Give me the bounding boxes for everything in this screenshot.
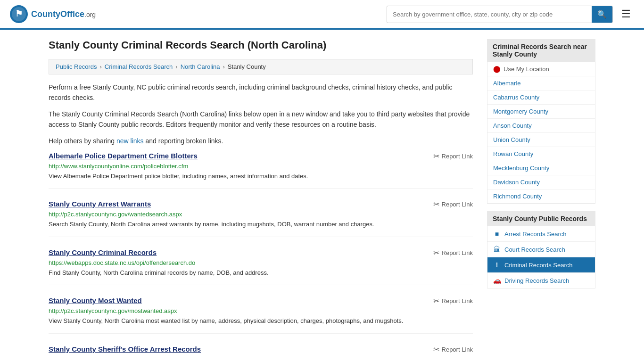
result-desc-3: Find Stanly County, North Carolina crimi… bbox=[49, 268, 473, 278]
nearby-link-davidson[interactable]: Davidson County bbox=[487, 175, 595, 189]
results-list: Albemarle Police Department Crime Blotte… bbox=[49, 152, 473, 362]
report-link-5[interactable]: ✂ Report Link bbox=[433, 345, 473, 354]
header: ⚑ CountyOffice.org 🔍 ☰ bbox=[0, 0, 644, 30]
report-link-1[interactable]: ✂ Report Link bbox=[433, 152, 473, 161]
records-court: 🏛 Court Records Search bbox=[487, 242, 595, 257]
public-records-section-title: Stanly County Public Records bbox=[487, 211, 595, 226]
nearby-mecklenburg: Mecklenburg County bbox=[487, 161, 595, 175]
scissors-icon-3: ✂ bbox=[433, 248, 439, 257]
records-link-court[interactable]: 🏛 Court Records Search bbox=[487, 242, 595, 257]
nearby-link-cabarrus[interactable]: Cabarrus County bbox=[487, 90, 595, 104]
result-title-row-5: Stanly County Sheriff's Office Arrest Re… bbox=[49, 345, 473, 354]
records-link-driving[interactable]: 🚗 Driving Records Search bbox=[487, 273, 595, 288]
report-link-3[interactable]: ✂ Report Link bbox=[433, 248, 473, 257]
nearby-list: ⬤ Use My Location Albemarle Cabarrus Cou… bbox=[487, 62, 595, 204]
new-links-link[interactable]: new links bbox=[116, 137, 144, 145]
records-driving: 🚗 Driving Records Search bbox=[487, 273, 595, 288]
nearby-albemarle: Albemarle bbox=[487, 76, 595, 90]
main-container: Stanly County Criminal Records Search (N… bbox=[39, 30, 605, 362]
nearby-link-montgomery[interactable]: Montgomery County bbox=[487, 105, 595, 118]
search-button[interactable]: 🔍 bbox=[592, 6, 612, 23]
records-link-arrest[interactable]: ■ Arrest Records Search bbox=[487, 226, 595, 241]
result-title-row-1: Albemarle Police Department Crime Blotte… bbox=[49, 152, 473, 161]
result-title-4: Stanly County Most Wanted bbox=[49, 296, 142, 304]
records-arrest: ■ Arrest Records Search bbox=[487, 226, 595, 242]
content-area: Stanly County Criminal Records Search (N… bbox=[49, 39, 473, 362]
driving-icon: 🚗 bbox=[493, 277, 501, 284]
scissors-icon-2: ✂ bbox=[433, 200, 439, 209]
result-title-row-4: Stanly County Most Wanted ✂ Report Link bbox=[49, 296, 473, 305]
use-location-item: ⬤ Use My Location bbox=[487, 62, 595, 76]
result-link-4[interactable]: Stanly County Most Wanted bbox=[49, 296, 142, 304]
result-title-1: Albemarle Police Department Crime Blotte… bbox=[49, 152, 198, 160]
description-para3: Help others by sharing new links and rep… bbox=[49, 136, 473, 146]
sidebar: Criminal Records Search near Stanly Coun… bbox=[487, 39, 595, 362]
breadcrumb-public-records[interactable]: Public Records bbox=[56, 63, 97, 70]
menu-button[interactable]: ☰ bbox=[618, 6, 635, 22]
result-url-4: http://p2c.stanlycountync.gov/mostwanted… bbox=[49, 307, 473, 314]
breadcrumb-sep-2: › bbox=[175, 63, 177, 70]
court-icon: 🏛 bbox=[493, 246, 501, 253]
nearby-section-title: Criminal Records Search near Stanly Coun… bbox=[487, 39, 595, 62]
logo-area: ⚑ CountyOffice.org bbox=[9, 5, 96, 24]
records-criminal: ! Criminal Records Search bbox=[487, 257, 595, 273]
nearby-link-mecklenburg[interactable]: Mecklenburg County bbox=[487, 161, 595, 175]
result-url-1: http://www.stanlycountyonline.com/police… bbox=[49, 163, 473, 170]
report-link-2[interactable]: ✂ Report Link bbox=[433, 200, 473, 209]
use-location-link[interactable]: ⬤ Use My Location bbox=[487, 62, 595, 76]
search-bar: 🔍 bbox=[387, 6, 613, 23]
result-item-5: Stanly County Sheriff's Office Arrest Re… bbox=[49, 345, 473, 362]
logo-text: CountyOffice.org bbox=[31, 9, 96, 19]
breadcrumb-sep-1: › bbox=[99, 63, 101, 70]
scissors-icon-1: ✂ bbox=[433, 152, 439, 161]
breadcrumb-stanly-county: Stanly County bbox=[228, 63, 266, 70]
scissors-icon-4: ✂ bbox=[433, 296, 439, 305]
result-link-1[interactable]: Albemarle Police Department Crime Blotte… bbox=[49, 152, 198, 160]
nearby-union: Union County bbox=[487, 133, 595, 147]
nearby-link-albemarle[interactable]: Albemarle bbox=[487, 76, 595, 90]
result-item-1: Albemarle Police Department Crime Blotte… bbox=[49, 152, 473, 189]
logo-icon: ⚑ bbox=[9, 5, 28, 24]
breadcrumb-north-carolina[interactable]: North Carolina bbox=[181, 63, 220, 70]
svg-text:⚑: ⚑ bbox=[15, 9, 23, 18]
result-desc-2: Search Stanly County, North Carolina arr… bbox=[49, 220, 473, 229]
result-item-4: Stanly County Most Wanted ✂ Report Link … bbox=[49, 296, 473, 334]
result-title-5: Stanly County Sheriff's Office Arrest Re… bbox=[49, 345, 201, 353]
header-right: 🔍 ☰ bbox=[387, 6, 635, 23]
report-link-4[interactable]: ✂ Report Link bbox=[433, 296, 473, 305]
result-url-2: http://p2c.stanlycountync.gov/wantedsear… bbox=[49, 211, 473, 218]
result-link-3[interactable]: Stanly County Criminal Records bbox=[49, 248, 157, 256]
result-link-2[interactable]: Stanly County Arrest Warrants bbox=[49, 200, 151, 208]
breadcrumb-criminal-records[interactable]: Criminal Records Search bbox=[105, 63, 173, 70]
result-title-3: Stanly County Criminal Records bbox=[49, 248, 157, 256]
result-title-row-3: Stanly County Criminal Records ✂ Report … bbox=[49, 248, 473, 257]
nearby-link-union[interactable]: Union County bbox=[487, 133, 595, 147]
result-title-2: Stanly County Arrest Warrants bbox=[49, 200, 151, 208]
nearby-cabarrus: Cabarrus County bbox=[487, 90, 595, 105]
nearby-link-anson[interactable]: Anson County bbox=[487, 119, 595, 132]
description-para3-start: Help others by sharing bbox=[49, 137, 116, 145]
nearby-link-rowan[interactable]: Rowan County bbox=[487, 147, 595, 161]
nearby-link-richmond[interactable]: Richmond County bbox=[487, 189, 595, 203]
nearby-montgomery: Montgomery County bbox=[487, 105, 595, 119]
description-para3-end: and reporting broken links. bbox=[144, 137, 223, 145]
description-para2: The Stanly County Criminal Records Searc… bbox=[49, 109, 473, 130]
page-title: Stanly County Criminal Records Search (N… bbox=[49, 39, 473, 51]
breadcrumb-sep-3: › bbox=[223, 63, 224, 70]
result-desc-1: View Albemarle Police Department police … bbox=[49, 172, 473, 181]
result-url-3: https://webapps.doc.state.nc.us/opi/offe… bbox=[49, 259, 473, 266]
public-records-list: ■ Arrest Records Search 🏛 Court Records … bbox=[487, 226, 595, 288]
description-para1: Perform a free Stanly County, NC public … bbox=[49, 82, 473, 103]
nearby-anson: Anson County bbox=[487, 119, 595, 133]
scissors-icon-5: ✂ bbox=[433, 345, 439, 354]
result-item-2: Stanly County Arrest Warrants ✂ Report L… bbox=[49, 200, 473, 237]
result-link-5[interactable]: Stanly County Sheriff's Office Arrest Re… bbox=[49, 345, 201, 353]
nearby-rowan: Rowan County bbox=[487, 147, 595, 161]
nearby-davidson: Davidson County bbox=[487, 175, 595, 189]
result-desc-4: View Stanly County, North Carolina most … bbox=[49, 316, 473, 326]
search-input[interactable] bbox=[387, 7, 592, 22]
records-link-criminal[interactable]: ! Criminal Records Search bbox=[487, 257, 595, 272]
result-title-row-2: Stanly County Arrest Warrants ✂ Report L… bbox=[49, 200, 473, 209]
location-dot-icon: ⬤ bbox=[493, 65, 501, 73]
breadcrumb: Public Records › Criminal Records Search… bbox=[49, 59, 473, 74]
